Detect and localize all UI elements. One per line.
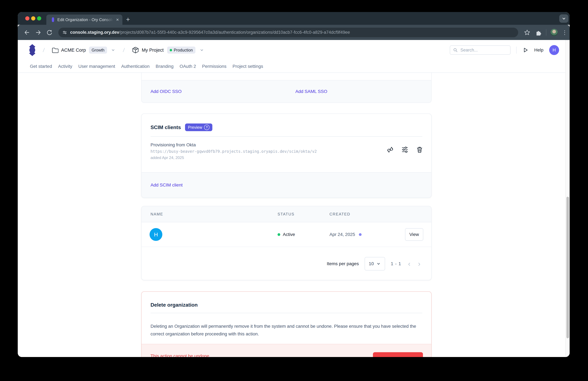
delete-card-footer: This action cannot be undone. Delete org… <box>142 344 431 357</box>
scim-client-name: Provisioning from Okta <box>150 142 422 148</box>
folder-icon <box>51 46 59 54</box>
reload-icon[interactable] <box>46 29 53 36</box>
toolbar-separator <box>546 29 546 36</box>
minimize-window-button[interactable] <box>31 16 35 21</box>
connection-icon[interactable] <box>386 146 394 153</box>
scim-client-added-date: added Apr 24, 2025 <box>150 155 422 160</box>
scrollbar-thumb[interactable] <box>567 197 569 338</box>
project-crumb[interactable]: My Project Production <box>132 46 204 54</box>
nav-tab-authentication[interactable]: Authentication <box>121 64 149 69</box>
previous-page-icon[interactable]: ‹ <box>407 260 411 267</box>
created-indicator-dot <box>359 233 362 236</box>
back-icon[interactable] <box>23 29 31 36</box>
play-icon[interactable] <box>522 47 528 53</box>
preview-badge[interactable]: Preview ? <box>185 123 212 131</box>
created-cell: Apr 24, 2025 <box>330 222 362 247</box>
delete-organization-button[interactable]: Delete organization <box>373 352 423 357</box>
extensions-icon[interactable] <box>535 29 542 36</box>
tab-search-button[interactable] <box>559 14 568 23</box>
project-environment-label: Production <box>174 48 193 52</box>
next-page-icon[interactable]: › <box>417 260 421 267</box>
configure-sliders-icon[interactable] <box>401 146 409 153</box>
close-window-button[interactable] <box>25 16 29 21</box>
sso-card: Add OIDC SSO Add SAML SSO <box>141 73 432 103</box>
workspace-plan-badge: Growth <box>89 46 107 54</box>
preview-badge-label: Preview <box>188 125 202 130</box>
status-cell: Active <box>277 222 295 247</box>
delete-card-description: Deleting an Organization will permanentl… <box>142 313 420 338</box>
nav-tab-oauth2[interactable]: OAuth 2 <box>180 64 196 69</box>
items-per-page-label: Items per pages <box>327 261 359 266</box>
search-icon <box>453 48 458 52</box>
new-tab-button[interactable]: + <box>125 16 131 23</box>
add-oidc-sso-link[interactable]: Add OIDC SSO <box>150 89 182 94</box>
tab-title: Edit Organization - Ory Console <box>57 18 114 22</box>
page-range-label: 1 - 1 <box>391 261 401 266</box>
help-circle-icon[interactable]: ? <box>204 125 210 130</box>
nav-tab-user-management[interactable]: User management <box>78 64 115 69</box>
add-saml-sso-link[interactable]: Add SAML SSO <box>295 89 327 94</box>
nav-tab-get-started[interactable]: Get started <box>30 64 52 69</box>
table-row: H Active Apr 24, 2025 View <box>142 222 431 247</box>
chevron-down-icon[interactable] <box>111 48 115 52</box>
header-separator <box>516 46 517 54</box>
site-settings-icon[interactable] <box>62 30 67 35</box>
breadcrumb-separator: / <box>123 47 125 53</box>
url-path: /projects/d087b7a1-55f3-440c-a3c9-929564… <box>119 30 350 35</box>
ory-favicon-icon <box>51 17 55 22</box>
console-header: / ACME Corp Growth / My Projec <box>18 40 570 60</box>
breadcrumb-separator: / <box>42 47 45 53</box>
page-scrollbar[interactable] <box>565 40 570 357</box>
help-link[interactable]: Help <box>534 47 544 53</box>
workspace-name[interactable]: ACME Corp <box>61 47 86 53</box>
view-button[interactable]: View <box>405 228 423 241</box>
project-name[interactable]: My Project <box>142 47 164 53</box>
chevron-down-icon[interactable] <box>200 48 204 52</box>
address-bar[interactable]: console.staging.ory.dev/projects/d087b7a… <box>58 28 518 37</box>
browser-profile-avatar[interactable] <box>550 29 558 36</box>
browser-toolbar: console.staging.ory.dev/projects/d087b7a… <box>18 25 570 40</box>
page-size-value: 10 <box>369 261 374 266</box>
status-label: Active <box>283 232 295 237</box>
search-input[interactable] <box>460 47 507 53</box>
url-text: console.staging.ory.dev/projects/d087b7a… <box>70 30 350 35</box>
scim-client-actions <box>386 146 423 153</box>
scim-clients-card: SCIM clients Preview ? Provisioning from… <box>141 113 432 198</box>
project-environment-badge: Production <box>167 46 195 54</box>
nav-tab-permissions[interactable]: Permissions <box>202 64 226 69</box>
search-box[interactable] <box>450 45 510 55</box>
tab-close-icon[interactable]: × <box>116 17 119 22</box>
page-size-select[interactable]: 10 <box>365 257 385 270</box>
created-date: Apr 24, 2025 <box>330 232 355 237</box>
column-header-status: STATUS <box>277 206 294 222</box>
workspace-crumb[interactable]: ACME Corp Growth <box>51 46 115 54</box>
main-content: Add OIDC SSO Add SAML SSO SCIM clients P… <box>141 73 432 357</box>
browser-tab[interactable]: Edit Organization - Ory Console × <box>46 15 122 25</box>
delete-organization-card: Delete organization Deleting an Organiza… <box>141 291 432 357</box>
user-avatar[interactable]: H <box>549 45 559 55</box>
project-nav: Get started Activity User management Aut… <box>18 60 570 73</box>
nav-tab-project-settings[interactable]: Project settings <box>232 64 263 69</box>
add-scim-client-link[interactable]: Add SCIM client <box>150 182 183 188</box>
organizations-table-card: NAME STATUS CREATED H Active Apr 24, 202… <box>141 206 432 280</box>
browser-window: Edit Organization - Ory Console × + <box>18 12 570 357</box>
nav-tab-branding[interactable]: Branding <box>156 64 173 69</box>
forward-icon[interactable] <box>35 29 42 36</box>
nav-tab-activity[interactable]: Activity <box>58 64 72 69</box>
column-header-created: CREATED <box>330 206 350 222</box>
delete-card-title: Delete organization <box>142 292 431 308</box>
chevron-down-icon <box>376 262 381 266</box>
organization-avatar: H <box>149 228 162 241</box>
scim-client-url: https://busy-beaver-gqwvd0fb79.projects.… <box>150 149 422 154</box>
scim-card-title: SCIM clients <box>150 124 181 130</box>
bookmark-star-icon[interactable] <box>524 29 531 36</box>
scim-card-footer: Add SCIM client <box>142 172 431 198</box>
ory-logo-icon[interactable] <box>28 43 37 57</box>
delete-trash-icon[interactable] <box>416 146 423 153</box>
delete-warning-text: This action cannot be undone. <box>150 354 210 357</box>
zoom-window-button[interactable] <box>37 16 41 21</box>
pagination-bar: Items per pages 10 1 - 1 ‹ › <box>142 247 431 280</box>
scim-card-header: SCIM clients Preview ? <box>142 114 431 131</box>
browser-menu-icon[interactable]: ⋮ <box>562 29 565 36</box>
production-status-dot <box>170 49 172 51</box>
